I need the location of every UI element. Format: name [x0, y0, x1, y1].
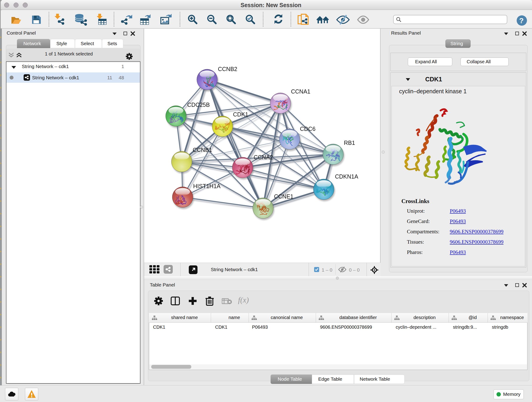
svg-text:CCNB1: CCNB1	[193, 147, 212, 153]
svg-text:CCNA1: CCNA1	[291, 88, 310, 95]
svg-text:CDK1: CDK1	[233, 111, 248, 118]
svg-text:CCNE1: CCNE1	[274, 193, 293, 200]
svg-text:HIST1H1A: HIST1H1A	[193, 183, 221, 189]
svg-text:CDKN1A: CDKN1A	[335, 173, 358, 180]
svg-text:CDC6: CDC6	[300, 126, 316, 132]
svg-text:CDC25B: CDC25B	[187, 102, 210, 108]
svg-text:CCNB2: CCNB2	[218, 66, 237, 72]
svg-text:RB1: RB1	[344, 140, 355, 146]
svg-text:CCNA2: CCNA2	[254, 154, 273, 160]
